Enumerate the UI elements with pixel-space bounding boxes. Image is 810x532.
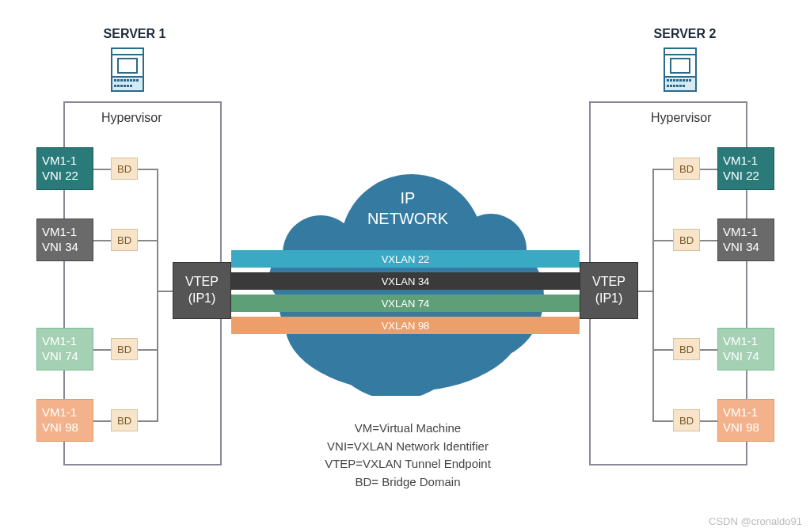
vm-name: VM1-1 [42, 225, 77, 240]
vm-name: VM1-1 [42, 334, 77, 349]
wire [652, 313, 654, 422]
server2-icon [664, 48, 697, 95]
server1-title: SERVER 1 [91, 27, 178, 41]
legend: VM=Virtual Machine VNI=VXLAN Network Ide… [309, 420, 507, 491]
tunnel-vxlan-98: VXLAN 98 [231, 317, 580, 334]
vm-vni: VNI 98 [42, 420, 78, 435]
vtep-name: VTEP [592, 274, 626, 291]
vm-vni: VNI 98 [723, 420, 759, 435]
wire [157, 313, 158, 422]
vm-name: VM1-1 [723, 225, 758, 240]
server1-vm-1: VM1-1 VNI 22 [36, 147, 93, 190]
legend-line: VNI=VXLAN Network Identifier [309, 438, 507, 456]
legend-line: VM=Virtual Machine [309, 420, 507, 438]
server1-vm-4: VM1-1 VNI 98 [36, 399, 93, 442]
server2-vm-2: VM1-1 VNI 34 [717, 218, 774, 261]
wire [93, 349, 111, 351]
vm-name: VM1-1 [723, 334, 758, 349]
wire [93, 240, 111, 241]
wire [654, 240, 673, 241]
vm-vni: VNI 22 [42, 169, 78, 184]
vtep-ip: (IP1) [188, 291, 216, 307]
server2-vm-4: VM1-1 VNI 98 [717, 399, 774, 442]
wire [157, 240, 158, 272]
wire [93, 420, 111, 422]
server1-bd-3: BD [111, 338, 138, 360]
server2-vm-1: VM1-1 VNI 22 [717, 147, 774, 190]
server2-vm-3: VM1-1 VNI 74 [717, 328, 774, 370]
diagram-stage: SERVER 1 Hypervisor VM1-1 VNI 22 BD VM1-… [0, 0, 810, 532]
tunnel-vxlan-34: VXLAN 34 [231, 272, 580, 290]
wire [654, 349, 673, 351]
cloud-title: IP NETWORK [360, 188, 455, 229]
server1-bd-1: BD [111, 158, 138, 180]
vm-name: VM1-1 [42, 154, 77, 169]
wire [654, 169, 673, 170]
wire [700, 349, 717, 351]
cloud-title-l2: NETWORK [367, 210, 448, 227]
server2-bd-1: BD [673, 158, 700, 180]
tunnel-vxlan-74: VXLAN 74 [231, 294, 580, 312]
server1-bd-2: BD [111, 229, 138, 251]
vm-vni: VNI 22 [723, 169, 759, 184]
server2-bd-3: BD [673, 338, 700, 360]
server2-vtep: VTEP (IP1) [580, 262, 638, 319]
vm-name: VM1-1 [723, 405, 758, 420]
wire [700, 420, 717, 422]
vtep-name: VTEP [185, 274, 219, 291]
server1-vtep: VTEP (IP1) [173, 262, 231, 319]
server2-bd-4: BD [673, 409, 700, 431]
legend-line: VTEP=VXLAN Tunnel Endpoint [309, 455, 507, 473]
vm-vni: VNI 34 [723, 240, 759, 255]
wire [700, 169, 717, 170]
server1-bd-4: BD [111, 409, 138, 431]
wire [654, 420, 673, 422]
wire [138, 240, 157, 241]
server1-vm-2: VM1-1 VNI 34 [36, 218, 93, 261]
wire [700, 240, 717, 241]
vm-vni: VNI 74 [723, 349, 759, 364]
cloud-title-l1: IP [401, 189, 416, 207]
wire [652, 240, 654, 272]
server1-vm-3: VM1-1 VNI 74 [36, 328, 93, 370]
vm-name: VM1-1 [42, 405, 77, 420]
tunnel-vxlan-22: VXLAN 22 [231, 250, 580, 268]
wire [138, 169, 157, 170]
server2-title: SERVER 2 [641, 27, 728, 41]
wire [138, 420, 157, 422]
wire [637, 291, 654, 292]
server1-icon [111, 48, 144, 95]
vm-vni: VNI 74 [42, 349, 78, 364]
wire [157, 291, 174, 292]
server2-bd-2: BD [673, 229, 700, 251]
wire [652, 272, 654, 313]
watermark: CSDN @cronaldo91 [709, 515, 802, 527]
wire [157, 272, 158, 313]
wire [93, 169, 111, 170]
vm-name: VM1-1 [723, 154, 758, 169]
vtep-ip: (IP1) [595, 291, 623, 307]
vm-vni: VNI 34 [42, 240, 78, 255]
wire [138, 349, 157, 351]
legend-line: BD= Bridge Domain [309, 473, 507, 492]
